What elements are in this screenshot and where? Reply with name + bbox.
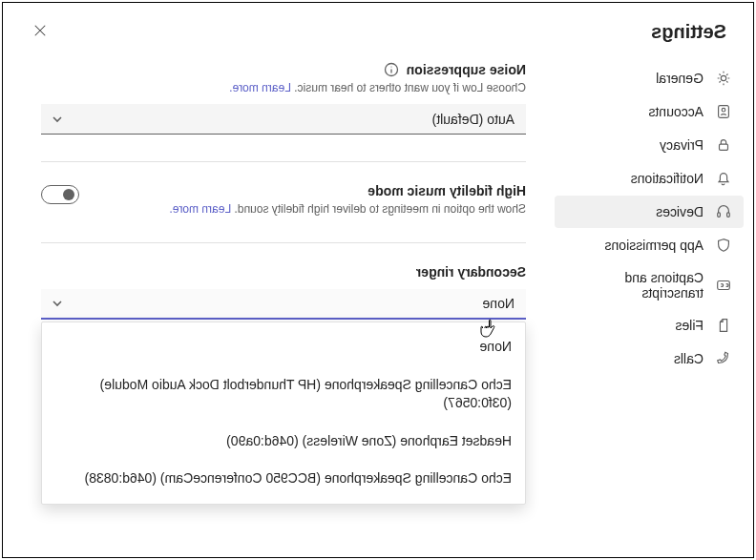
nav-general[interactable]: General xyxy=(555,62,744,94)
ringer-select-value: None xyxy=(483,296,514,311)
nav-files[interactable]: Files xyxy=(555,309,744,342)
noise-select-value: Auto (Default) xyxy=(432,112,514,127)
nav-captions[interactable]: Captions and transcripts xyxy=(555,262,744,308)
toggle-knob xyxy=(63,189,74,200)
svg-point-8 xyxy=(390,66,391,67)
nav-label: Notifications xyxy=(631,171,704,186)
nav-label: Calls xyxy=(674,351,704,366)
phone-icon xyxy=(715,350,732,367)
nav-app-permissions[interactable]: App permissions xyxy=(555,229,744,261)
ringer-option[interactable]: Headset Earphone (Zone Wireless) (046d:0… xyxy=(42,423,525,461)
nav-label: App permissions xyxy=(605,238,704,253)
ringer-option[interactable]: Echo Cancelling Speakerphone (BCC950 Con… xyxy=(42,460,525,498)
ringer-option[interactable]: None xyxy=(42,328,525,366)
close-button[interactable] xyxy=(30,20,51,43)
svg-point-2 xyxy=(722,108,725,112)
nav-privacy[interactable]: Privacy xyxy=(555,129,744,161)
chevron-down-icon xyxy=(51,113,64,126)
info-icon[interactable] xyxy=(384,62,399,77)
nav-devices[interactable]: Devices xyxy=(555,196,744,228)
secondary-ringer-dropdown: None Echo Cancelling Speakerphone (HP Th… xyxy=(41,321,526,505)
badge-icon xyxy=(715,103,732,120)
nav-label: Files xyxy=(675,318,704,333)
nav-accounts[interactable]: Accounts xyxy=(555,95,744,128)
bell-icon xyxy=(715,170,732,187)
nav-label: Captions and transcripts xyxy=(566,270,704,301)
svg-rect-5 xyxy=(718,213,721,218)
hifi-learn-more-link[interactable]: Learn more. xyxy=(169,202,231,216)
hifi-title: High fidelity music mode xyxy=(368,183,526,198)
settings-title: Settings xyxy=(651,21,726,43)
headset-icon xyxy=(715,203,732,220)
svg-rect-4 xyxy=(727,213,730,218)
hifi-helper-text: Show the option in meetings to deliver h… xyxy=(231,202,526,216)
nav-label: General xyxy=(656,71,704,86)
nav-label: Accounts xyxy=(648,104,704,119)
hifi-toggle[interactable] xyxy=(41,185,79,204)
noise-suppression-title: Noise suppression xyxy=(407,62,526,77)
nav-notifications[interactable]: Notifications xyxy=(555,162,744,195)
captions-icon xyxy=(715,277,732,294)
close-icon xyxy=(33,24,47,40)
svg-rect-3 xyxy=(720,144,728,150)
gear-icon xyxy=(715,70,732,87)
svg-point-0 xyxy=(721,75,725,80)
nav-label: Devices xyxy=(656,204,704,219)
chevron-down-icon xyxy=(51,297,64,310)
file-icon xyxy=(715,317,732,334)
nav-calls[interactable]: Calls xyxy=(555,342,744,375)
noise-helper-text: Choose Low if you want others to hear mu… xyxy=(291,81,526,94)
nav-label: Privacy xyxy=(660,137,704,153)
secondary-ringer-select[interactable]: None xyxy=(41,289,526,320)
shield-icon xyxy=(715,237,732,254)
noise-learn-more-link[interactable]: Learn more. xyxy=(229,81,291,94)
noise-suppression-select[interactable]: Auto (Default) xyxy=(41,104,526,135)
lock-icon xyxy=(715,136,732,154)
ringer-option[interactable]: Echo Cancelling Speakerphone (HP Thunder… xyxy=(42,366,525,423)
secondary-ringer-title: Secondary ringer xyxy=(416,264,526,280)
